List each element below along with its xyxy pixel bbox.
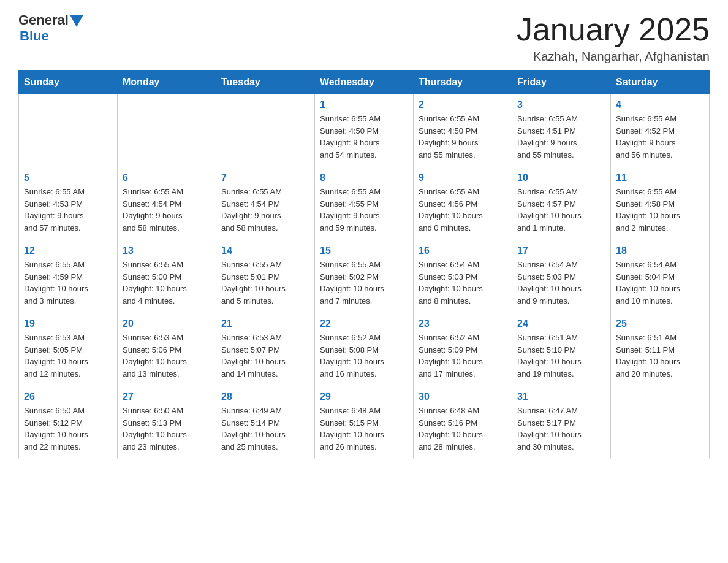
day-number: 11 — [616, 172, 704, 183]
calendar-cell: 12Sunrise: 6:55 AM Sunset: 4:59 PM Dayli… — [19, 240, 118, 313]
day-number: 5 — [24, 172, 112, 183]
day-info: Sunrise: 6:49 AM Sunset: 5:14 PM Dayligh… — [221, 405, 309, 453]
day-info: Sunrise: 6:55 AM Sunset: 5:02 PM Dayligh… — [320, 259, 408, 307]
calendar-cell: 18Sunrise: 6:54 AM Sunset: 5:04 PM Dayli… — [611, 240, 710, 313]
day-number: 22 — [320, 318, 408, 329]
calendar-day-header: Wednesday — [315, 71, 414, 94]
calendar-header-row: SundayMondayTuesdayWednesdayThursdayFrid… — [19, 71, 710, 94]
day-number: 21 — [221, 318, 309, 329]
day-info: Sunrise: 6:55 AM Sunset: 4:50 PM Dayligh… — [419, 113, 507, 161]
logo-triangle-icon — [70, 15, 83, 27]
day-number: 12 — [24, 245, 112, 256]
day-info: Sunrise: 6:55 AM Sunset: 4:52 PM Dayligh… — [616, 113, 704, 161]
day-info: Sunrise: 6:51 AM Sunset: 5:10 PM Dayligh… — [517, 332, 605, 380]
logo-blue-text: Blue — [20, 28, 49, 44]
day-info: Sunrise: 6:55 AM Sunset: 4:50 PM Dayligh… — [320, 113, 408, 161]
calendar-cell: 22Sunrise: 6:52 AM Sunset: 5:08 PM Dayli… — [315, 313, 414, 386]
day-info: Sunrise: 6:53 AM Sunset: 5:06 PM Dayligh… — [123, 332, 211, 380]
calendar-cell: 2Sunrise: 6:55 AM Sunset: 4:50 PM Daylig… — [414, 94, 512, 167]
calendar-cell: 28Sunrise: 6:49 AM Sunset: 5:14 PM Dayli… — [216, 386, 315, 459]
day-info: Sunrise: 6:55 AM Sunset: 4:56 PM Dayligh… — [419, 186, 507, 234]
calendar-day-header: Tuesday — [216, 71, 315, 94]
day-number: 16 — [419, 245, 507, 256]
page-header: General Blue January 2025 Kazhah, Nangar… — [18, 12, 710, 64]
calendar-cell: 10Sunrise: 6:55 AM Sunset: 4:57 PM Dayli… — [512, 167, 611, 240]
calendar-day-header: Saturday — [611, 71, 710, 94]
day-info: Sunrise: 6:52 AM Sunset: 5:08 PM Dayligh… — [320, 332, 408, 380]
day-info: Sunrise: 6:50 AM Sunset: 5:13 PM Dayligh… — [123, 405, 211, 453]
calendar-table: SundayMondayTuesdayWednesdayThursdayFrid… — [18, 70, 710, 459]
day-number: 4 — [616, 99, 704, 110]
calendar-cell: 30Sunrise: 6:48 AM Sunset: 5:16 PM Dayli… — [414, 386, 512, 459]
svg-marker-0 — [70, 15, 83, 27]
day-info: Sunrise: 6:48 AM Sunset: 5:15 PM Dayligh… — [320, 405, 408, 453]
day-number: 14 — [221, 245, 309, 256]
day-number: 17 — [517, 245, 605, 256]
day-number: 25 — [616, 318, 704, 329]
calendar-cell: 11Sunrise: 6:55 AM Sunset: 4:58 PM Dayli… — [611, 167, 710, 240]
calendar-cell: 17Sunrise: 6:54 AM Sunset: 5:03 PM Dayli… — [512, 240, 611, 313]
day-number: 31 — [517, 391, 605, 402]
calendar-cell: 31Sunrise: 6:47 AM Sunset: 5:17 PM Dayli… — [512, 386, 611, 459]
calendar-cell: 6Sunrise: 6:55 AM Sunset: 4:54 PM Daylig… — [118, 167, 216, 240]
calendar-cell: 20Sunrise: 6:53 AM Sunset: 5:06 PM Dayli… — [118, 313, 216, 386]
calendar-day-header: Monday — [118, 71, 216, 94]
calendar-cell: 23Sunrise: 6:52 AM Sunset: 5:09 PM Dayli… — [414, 313, 512, 386]
day-number: 2 — [419, 99, 507, 110]
calendar-cell — [118, 94, 216, 167]
calendar-cell: 1Sunrise: 6:55 AM Sunset: 4:50 PM Daylig… — [315, 94, 414, 167]
day-info: Sunrise: 6:55 AM Sunset: 4:59 PM Dayligh… — [24, 259, 112, 307]
day-number: 15 — [320, 245, 408, 256]
day-info: Sunrise: 6:50 AM Sunset: 5:12 PM Dayligh… — [24, 405, 112, 453]
calendar-cell: 15Sunrise: 6:55 AM Sunset: 5:02 PM Dayli… — [315, 240, 414, 313]
day-info: Sunrise: 6:47 AM Sunset: 5:17 PM Dayligh… — [517, 405, 605, 453]
day-number: 26 — [24, 391, 112, 402]
day-info: Sunrise: 6:53 AM Sunset: 5:05 PM Dayligh… — [24, 332, 112, 380]
calendar-week-row: 12Sunrise: 6:55 AM Sunset: 4:59 PM Dayli… — [19, 240, 710, 313]
calendar-cell: 13Sunrise: 6:55 AM Sunset: 5:00 PM Dayli… — [118, 240, 216, 313]
calendar-cell: 21Sunrise: 6:53 AM Sunset: 5:07 PM Dayli… — [216, 313, 315, 386]
day-info: Sunrise: 6:53 AM Sunset: 5:07 PM Dayligh… — [221, 332, 309, 380]
calendar-week-row: 26Sunrise: 6:50 AM Sunset: 5:12 PM Dayli… — [19, 386, 710, 459]
day-number: 28 — [221, 391, 309, 402]
logo-general-text: General — [18, 12, 69, 28]
logo: General Blue — [18, 12, 83, 44]
day-info: Sunrise: 6:48 AM Sunset: 5:16 PM Dayligh… — [419, 405, 507, 453]
day-info: Sunrise: 6:55 AM Sunset: 4:58 PM Dayligh… — [616, 186, 704, 234]
calendar-cell: 25Sunrise: 6:51 AM Sunset: 5:11 PM Dayli… — [611, 313, 710, 386]
calendar-week-row: 5Sunrise: 6:55 AM Sunset: 4:53 PM Daylig… — [19, 167, 710, 240]
day-info: Sunrise: 6:55 AM Sunset: 4:54 PM Dayligh… — [221, 186, 309, 234]
calendar-week-row: 1Sunrise: 6:55 AM Sunset: 4:50 PM Daylig… — [19, 94, 710, 167]
day-number: 27 — [123, 391, 211, 402]
day-info: Sunrise: 6:54 AM Sunset: 5:04 PM Dayligh… — [616, 259, 704, 307]
day-number: 29 — [320, 391, 408, 402]
day-info: Sunrise: 6:51 AM Sunset: 5:11 PM Dayligh… — [616, 332, 704, 380]
calendar-cell — [611, 386, 710, 459]
calendar-cell — [216, 94, 315, 167]
calendar-cell: 4Sunrise: 6:55 AM Sunset: 4:52 PM Daylig… — [611, 94, 710, 167]
calendar-cell: 3Sunrise: 6:55 AM Sunset: 4:51 PM Daylig… — [512, 94, 611, 167]
calendar-cell: 27Sunrise: 6:50 AM Sunset: 5:13 PM Dayli… — [118, 386, 216, 459]
day-number: 7 — [221, 172, 309, 183]
day-info: Sunrise: 6:52 AM Sunset: 5:09 PM Dayligh… — [419, 332, 507, 380]
calendar-cell: 9Sunrise: 6:55 AM Sunset: 4:56 PM Daylig… — [414, 167, 512, 240]
title-block: January 2025 Kazhah, Nangarhar, Afghanis… — [517, 12, 710, 64]
day-number: 19 — [24, 318, 112, 329]
calendar-cell: 29Sunrise: 6:48 AM Sunset: 5:15 PM Dayli… — [315, 386, 414, 459]
page-title: January 2025 — [517, 12, 710, 47]
day-number: 24 — [517, 318, 605, 329]
day-number: 30 — [419, 391, 507, 402]
calendar-cell: 8Sunrise: 6:55 AM Sunset: 4:55 PM Daylig… — [315, 167, 414, 240]
day-info: Sunrise: 6:55 AM Sunset: 4:55 PM Dayligh… — [320, 186, 408, 234]
day-number: 3 — [517, 99, 605, 110]
calendar-cell: 14Sunrise: 6:55 AM Sunset: 5:01 PM Dayli… — [216, 240, 315, 313]
day-number: 13 — [123, 245, 211, 256]
day-info: Sunrise: 6:55 AM Sunset: 5:01 PM Dayligh… — [221, 259, 309, 307]
calendar-cell: 7Sunrise: 6:55 AM Sunset: 4:54 PM Daylig… — [216, 167, 315, 240]
day-number: 23 — [419, 318, 507, 329]
day-info: Sunrise: 6:54 AM Sunset: 5:03 PM Dayligh… — [419, 259, 507, 307]
day-number: 20 — [123, 318, 211, 329]
calendar-day-header: Sunday — [19, 71, 118, 94]
day-number: 1 — [320, 99, 408, 110]
calendar-cell: 19Sunrise: 6:53 AM Sunset: 5:05 PM Dayli… — [19, 313, 118, 386]
